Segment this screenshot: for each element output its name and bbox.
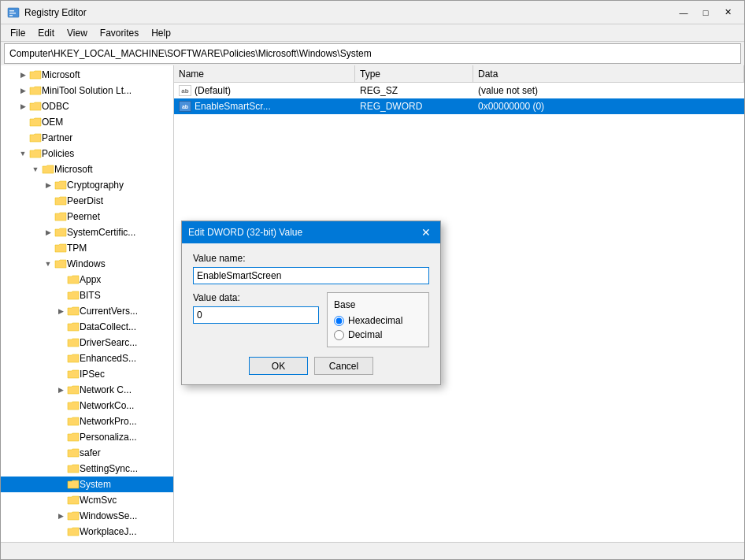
value-data-label: Value data: xyxy=(193,292,319,303)
radio-group: Hexadecimal Decimal xyxy=(334,315,422,340)
dialog-close-button[interactable]: ✕ xyxy=(418,224,434,240)
radio-hexadecimal[interactable] xyxy=(334,316,344,326)
base-group: Base Hexadecimal Decimal xyxy=(327,292,429,347)
radio-decimal-label[interactable]: Decimal xyxy=(334,329,422,340)
dialog-title-text: Edit DWORD (32-bit) Value xyxy=(188,227,302,238)
dialog-body: Value name: Value data: Base Hexadecimal xyxy=(182,243,440,384)
dialog-data-row: Value data: Base Hexadecimal Decimal xyxy=(193,292,429,347)
dialog-overlay: Edit DWORD (32-bit) Value ✕ Value name: … xyxy=(0,0,745,560)
cancel-button[interactable]: Cancel xyxy=(314,357,373,375)
base-label: Base xyxy=(334,299,422,310)
value-name-label: Value name: xyxy=(193,253,429,264)
dialog-left: Value data: xyxy=(193,292,319,347)
radio-hexadecimal-label[interactable]: Hexadecimal xyxy=(334,315,422,326)
radio-decimal-text: Decimal xyxy=(348,329,382,340)
value-data-input[interactable] xyxy=(193,306,319,324)
value-name-input[interactable] xyxy=(193,267,429,284)
edit-dword-dialog: Edit DWORD (32-bit) Value ✕ Value name: … xyxy=(181,221,441,385)
dialog-title-bar: Edit DWORD (32-bit) Value ✕ xyxy=(182,221,440,243)
dialog-buttons: OK Cancel xyxy=(193,357,429,375)
radio-hexadecimal-text: Hexadecimal xyxy=(348,315,402,326)
radio-decimal[interactable] xyxy=(334,330,344,340)
ok-button[interactable]: OK xyxy=(249,357,308,375)
